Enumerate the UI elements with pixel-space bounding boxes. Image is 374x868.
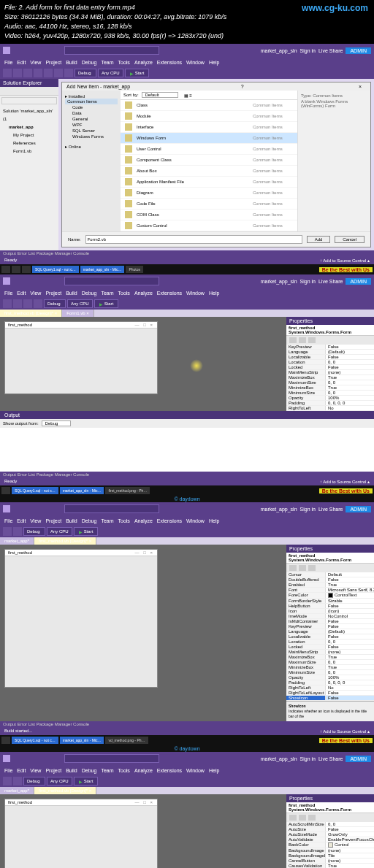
property-row[interactable]: ForeColorControlText	[286, 593, 374, 599]
menu-window[interactable]: Window	[186, 291, 205, 296]
menu-team[interactable]: Team	[101, 768, 113, 773]
signin-link[interactable]: Sign in	[300, 756, 316, 761]
dialog-titlebar[interactable]: Add New Item - market_app ? ×	[62, 82, 370, 91]
menu-view[interactable]: View	[30, 518, 41, 523]
tb-back-icon[interactable]	[3, 69, 12, 77]
solution-tree[interactable]: Solution 'market_app_sln' (1 market_app …	[0, 106, 58, 157]
property-row[interactable]: CursorDefault	[286, 572, 374, 577]
tb-icon[interactable]	[34, 299, 42, 308]
dialog-category-tree[interactable]: ▸ Installed Common Items Code Data Gener…	[62, 91, 121, 231]
add-button[interactable]: Add	[307, 236, 331, 243]
property-row[interactable]: AutoSizeFalse	[286, 827, 374, 832]
menu-extensions[interactable]: Extensions	[157, 768, 182, 773]
prop-val[interactable]: True	[326, 665, 374, 669]
view-icons[interactable]: ▦ ≡	[184, 93, 192, 98]
template-row[interactable]: Component ClassCommon Items	[121, 155, 297, 166]
property-row[interactable]: LocalizableFalse	[286, 634, 374, 640]
menu-edit[interactable]: Edit	[17, 768, 26, 773]
menu-debug[interactable]: Debug	[82, 768, 97, 773]
template-row[interactable]: Code FileCommon Items	[121, 199, 297, 210]
property-row[interactable]: MinimizeBoxTrue	[286, 665, 374, 670]
cat-code[interactable]: Code	[65, 104, 118, 110]
prop-val[interactable]: False	[326, 634, 374, 639]
prop-val[interactable]: 0, 0	[326, 670, 374, 675]
property-row[interactable]: MainMenuStrip(none)	[286, 650, 374, 655]
prop-val[interactable]: False	[326, 604, 374, 608]
property-row[interactable]: ShowIconFalse	[286, 696, 374, 701]
tb-undo-icon[interactable]	[54, 69, 63, 77]
prop-val[interactable]: Tile	[326, 853, 374, 858]
property-row[interactable]: KeyPreviewFalse	[286, 624, 374, 629]
property-row[interactable]: Opacity100%	[286, 675, 374, 680]
properties-object[interactable]: first_method System.Windows.Forms.Form	[286, 802, 374, 813]
property-row[interactable]: MainMenuStrip(none)	[286, 370, 374, 375]
prop-val[interactable]: False	[326, 577, 374, 582]
prop-val[interactable]: 0, 0	[326, 822, 374, 826]
events-icon[interactable]	[308, 337, 316, 343]
menu-edit[interactable]: Edit	[17, 291, 26, 296]
prop-val[interactable]: (none)	[326, 370, 374, 375]
property-row[interactable]: MaximizeBoxTrue	[286, 375, 374, 380]
menu-debug[interactable]: Debug	[82, 60, 97, 65]
menu-analyze[interactable]: Analyze	[134, 518, 153, 523]
output-tabs-1[interactable]: Output Error List Package Manager Consol…	[0, 250, 374, 256]
property-row[interactable]: AutoScrollMinSize0, 0	[286, 822, 374, 827]
tb-open-icon[interactable]	[23, 69, 32, 77]
property-row[interactable]: BackColorControl	[286, 842, 374, 848]
source-control-button[interactable]: ↑ Add to Source Control ▴	[320, 258, 370, 263]
prop-val[interactable]: No	[326, 685, 374, 690]
start-menu-icon[interactable]	[1, 266, 10, 273]
property-row[interactable]: MaximizeBoxTrue	[286, 655, 374, 660]
prop-val[interactable]: 0, 0	[326, 360, 374, 364]
form-designer[interactable]: first_method — □ ×	[0, 317, 286, 411]
property-row[interactable]: IsMdiContainerFalse	[286, 619, 374, 624]
taskbar-3[interactable]: SQL Query1.sql - not c… market_app_sln -…	[0, 735, 374, 745]
template-row[interactable]: Application Manifest FileCommon Items	[121, 177, 297, 188]
quick-launch-input[interactable]	[64, 504, 159, 513]
properties-toolbar[interactable]	[286, 336, 374, 345]
property-row[interactable]: RightToLeftNo	[286, 406, 374, 411]
prop-val[interactable]: No	[326, 406, 374, 410]
menu-tools[interactable]: Tools	[118, 60, 130, 65]
menu-team[interactable]: Team	[101, 518, 113, 523]
property-row[interactable]: LocalizableFalse	[286, 355, 374, 360]
events-icon[interactable]	[308, 815, 316, 821]
property-row[interactable]: AutoValidateEnablePreventFocusChange	[286, 837, 374, 842]
categorize-icon[interactable]	[289, 565, 297, 571]
signin-link[interactable]: Sign in	[300, 48, 316, 53]
tb-save-icon[interactable]	[34, 69, 42, 77]
menu-build[interactable]: Build	[66, 518, 77, 523]
watermark-link[interactable]: www.cg-ku.com	[302, 3, 368, 13]
signin-link[interactable]: Sign in	[300, 507, 316, 512]
liveshare-button[interactable]: Live Share	[318, 756, 343, 761]
tb-photos[interactable]: Photos	[126, 266, 143, 273]
property-row[interactable]: Location0, 0	[286, 360, 374, 365]
tb-redo-icon[interactable]	[64, 69, 73, 77]
menu-edit[interactable]: Edit	[17, 60, 26, 65]
menu-edit[interactable]: Edit	[17, 518, 26, 523]
start-button[interactable]: Start	[125, 69, 150, 77]
prop-val[interactable]: False	[326, 696, 374, 700]
tb-sql[interactable]: SQL Query1.sql - not c…	[32, 266, 79, 273]
menu-help[interactable]: Help	[209, 768, 219, 773]
config-combo[interactable]: Debug	[44, 299, 66, 308]
dialog-close-icon[interactable]: ×	[354, 84, 366, 89]
tab-form1[interactable]: Form1.vb ×	[62, 310, 94, 317]
property-row[interactable]: BackgroundImage(none)	[286, 848, 374, 853]
platform-combo[interactable]: Any CPU	[47, 527, 72, 536]
installed-node[interactable]: ▸ Installed	[65, 93, 118, 99]
dialog-help-icon[interactable]: ?	[237, 84, 248, 89]
menu-view[interactable]: View	[30, 60, 41, 65]
prop-val[interactable]: False	[326, 624, 374, 629]
tb-icon[interactable]	[13, 527, 22, 536]
template-row[interactable]: User ControlCommon Items	[121, 144, 297, 155]
cancel-button[interactable]: Cancel	[335, 236, 365, 243]
cat-sql[interactable]: SQL Server	[65, 128, 118, 134]
config-combo[interactable]: Debug	[23, 777, 45, 786]
prop-val[interactable]: 0, 0, 0, 0	[326, 680, 374, 685]
prop-val[interactable]: EnablePreventFocusChange	[326, 837, 374, 842]
start-menu-icon[interactable]	[1, 737, 10, 744]
prop-val[interactable]: (Default)	[326, 350, 374, 354]
vs-main-menu[interactable]: File Edit View Project Build Debug Team …	[0, 57, 374, 67]
prop-val[interactable]: (none)	[326, 859, 374, 863]
